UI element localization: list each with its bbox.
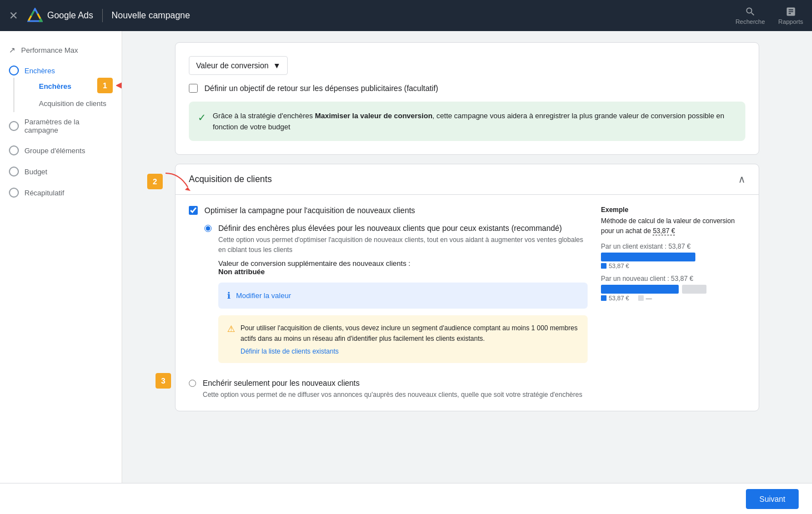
bar2-gray-dot xyxy=(638,295,644,301)
extra-value: Non attribuée xyxy=(218,268,265,276)
search-action[interactable]: Recherche xyxy=(735,6,765,25)
campaign-title: Nouvelle campagne xyxy=(112,11,190,21)
groupe-circle xyxy=(9,145,19,155)
new-clients-only-option: Enchérir seulement pour les nouveaux cli… xyxy=(189,372,588,400)
higher-bids-content: Définir des enchères plus élevées pour l… xyxy=(218,224,588,363)
roas-label: Définir un objectif de retour sur les dé… xyxy=(204,84,438,93)
close-button[interactable]: ✕ xyxy=(9,9,18,22)
bidding-card-body: Valeur de conversion ▼ Définir un object… xyxy=(176,43,759,154)
info-bold: Maximiser la valeur de conversion xyxy=(315,112,433,120)
bar2-gray xyxy=(682,285,706,294)
reports-action[interactable]: Rapports xyxy=(778,6,803,25)
bar2-blue-legend: 53,87 € xyxy=(609,295,629,301)
bar1-container xyxy=(601,253,745,261)
search-icon xyxy=(745,6,756,17)
recapitulatif-circle xyxy=(9,188,19,198)
svg-marker-0 xyxy=(28,9,42,21)
perf-max-label: Performance Max xyxy=(21,46,78,54)
bar1-legend-text: 53,87 € xyxy=(609,263,629,269)
svg-marker-1 xyxy=(28,9,42,21)
modify-value-box[interactable]: ℹ Modifier la valeur xyxy=(218,283,588,309)
higher-bids-extra: Valeur de conversion supplémentaire des … xyxy=(218,259,588,276)
green-check-icon: ✓ xyxy=(198,112,206,124)
modify-link[interactable]: Modifier la valeur xyxy=(236,291,291,300)
topbar-actions: Recherche Rapports xyxy=(735,6,803,25)
info-circle-icon: ℹ xyxy=(227,290,230,301)
new-client-section: Par un nouveau client : 53,87 € 53,87 € xyxy=(601,275,745,301)
new-clients-only-wrapper: 3 Enchérir seulement pour les nouveaux c… xyxy=(189,372,588,400)
encheres-section-label: Enchères xyxy=(24,67,55,75)
strategy-info-box: ✓ Grâce à la stratégie d'enchères Maximi… xyxy=(189,102,745,141)
roas-checkbox[interactable] xyxy=(189,84,198,93)
new-clients-desc: Cette option vous permet de ne diffuser … xyxy=(203,390,582,400)
warning-content: Pour utiliser l'acquisition de clients, … xyxy=(240,323,579,355)
new-label: Par un nouveau client : 53,87 € xyxy=(601,275,745,283)
example-box: Exemple Méthode de calcul de la valeur d… xyxy=(601,206,745,400)
groupe-label: Groupe d'éléments xyxy=(24,147,85,155)
new-clients-radio[interactable] xyxy=(189,380,196,387)
trend-icon: ↗ xyxy=(9,46,16,54)
bar2-blue xyxy=(601,285,679,294)
dropdown-row: Valeur de conversion ▼ xyxy=(189,56,745,75)
bar2-gray-legend: — xyxy=(646,295,652,301)
ex-amount: 53,87 € xyxy=(653,227,675,235)
sidebar-item-performance-max[interactable]: ↗ Performance Max xyxy=(0,40,122,60)
app-name: Google Ads xyxy=(47,11,93,21)
conversion-value-dropdown[interactable]: Valeur de conversion ▼ xyxy=(189,56,288,75)
warning-box: ⚠ Pour utiliser l'acquisition de clients… xyxy=(218,315,588,363)
budget-circle xyxy=(9,167,19,177)
acquisition-options: Optimiser la campagne pour l'acquisition… xyxy=(189,206,588,400)
reports-label: Rapports xyxy=(778,18,803,25)
search-label: Recherche xyxy=(735,18,765,25)
existing-client-section: Par un client existant : 53,87 € 53,87 € xyxy=(601,243,745,269)
google-ads-logo-icon xyxy=(27,8,43,23)
bidding-card: Valeur de conversion ▼ Définir un object… xyxy=(175,42,759,155)
warning-text: Pour utiliser l'acquisition de clients, … xyxy=(240,324,578,342)
sidebar-item-groupe[interactable]: Groupe d'éléments xyxy=(0,140,122,161)
info-prefix: Grâce à la stratégie d'enchères xyxy=(213,112,315,120)
strategy-info-text: Grâce à la stratégie d'enchères Maximise… xyxy=(213,110,736,132)
badge-3: 3 xyxy=(156,373,171,389)
bar1-fill xyxy=(601,253,695,261)
acquisition-section-body: Optimiser la campagne pour l'acquisition… xyxy=(176,195,759,411)
higher-bids-desc: Cette option vous permet d'optimiser l'a… xyxy=(218,235,588,255)
bar2-legend: 53,87 € — xyxy=(601,295,745,301)
sidebar-item-parametres[interactable]: Paramètres de la campagne xyxy=(0,112,122,140)
example-subtitle: Méthode de calcul de la valeur de conver… xyxy=(601,216,745,236)
sidebar: ↗ Performance Max Enchères Enchères Acqu… xyxy=(0,31,122,514)
content-inner: Valeur de conversion ▼ Définir un object… xyxy=(162,31,773,431)
reports-icon xyxy=(785,6,796,17)
sidebar-item-recapitulatif[interactable]: Récapitulatif xyxy=(0,182,122,203)
annotation-1: 1 xyxy=(97,78,122,93)
content-area: Valeur de conversion ▼ Définir un object… xyxy=(122,31,812,514)
recapitulatif-label: Récapitulatif xyxy=(24,189,64,197)
sidebar-item-budget[interactable]: Budget xyxy=(0,161,122,182)
app-logo: Google Ads xyxy=(27,8,93,23)
acquisition-row: Acquisition de clients xyxy=(39,95,122,112)
warning-icon: ⚠ xyxy=(227,324,235,334)
arrow-2 xyxy=(163,170,191,193)
new-clients-label: Enchérir seulement pour les nouveaux cli… xyxy=(203,379,582,387)
sidebar-subitem-acquisition[interactable]: Acquisition de clients xyxy=(39,95,115,112)
optimize-label: Optimiser la campagne pour l'acquisition… xyxy=(204,206,415,215)
example-content: Exemple Méthode de calcul de la valeur d… xyxy=(601,206,745,301)
dropdown-arrow-icon: ▼ xyxy=(273,61,280,70)
svg-marker-3 xyxy=(185,187,191,191)
svg-marker-2 xyxy=(28,9,42,21)
extra-label: Valeur de conversion supplémentaire des … xyxy=(218,259,410,268)
bar2-blue-dot xyxy=(601,295,607,301)
dropdown-label: Valeur de conversion xyxy=(196,61,268,70)
main-layout: ↗ Performance Max Enchères Enchères Acqu… xyxy=(0,31,812,514)
higher-bids-radio[interactable] xyxy=(204,225,212,232)
warning-link[interactable]: Définir la liste de clients existants xyxy=(240,347,579,355)
badge-1: 1 xyxy=(97,78,113,93)
higher-bids-label: Définir des enchères plus élevées pour l… xyxy=(218,224,588,233)
bottom-bar: Suivant xyxy=(0,483,812,514)
sidebar-item-encheres[interactable]: Enchères xyxy=(0,60,122,78)
optimize-checkbox[interactable] xyxy=(189,206,198,215)
bar1-dot xyxy=(601,263,607,269)
existing-label: Par un client existant : 53,87 € xyxy=(601,243,745,250)
parametres-label: Paramètres de la campagne xyxy=(24,118,113,134)
next-button[interactable]: Suivant xyxy=(746,489,799,509)
collapse-icon[interactable]: ∧ xyxy=(738,173,745,185)
